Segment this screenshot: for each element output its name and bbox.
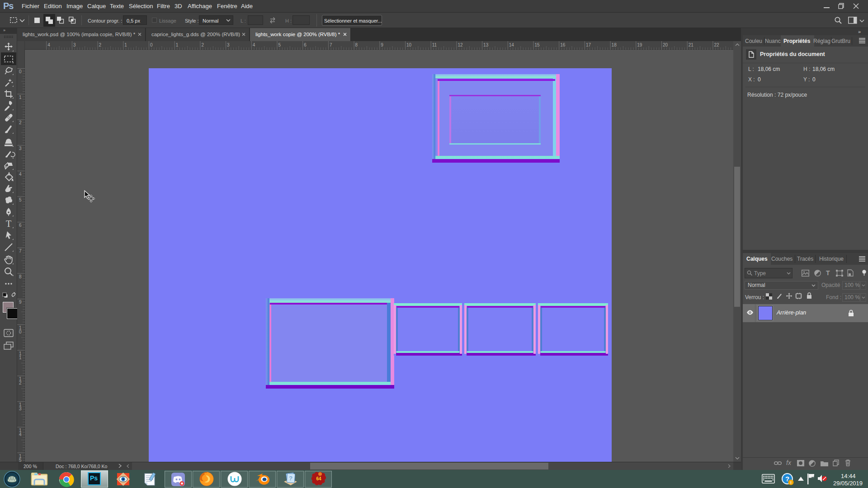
svg-text:22: 22 (714, 42, 719, 47)
svg-text:14: 14 (509, 42, 514, 47)
svg-text:3: 3 (19, 406, 22, 411)
svg-text:0: 0 (19, 69, 22, 74)
svg-text:18: 18 (612, 42, 617, 47)
svg-text:19: 19 (637, 42, 642, 47)
svg-text:20: 20 (663, 42, 668, 47)
svg-text:1: 1 (19, 95, 22, 100)
svg-text:7: 7 (330, 42, 332, 47)
svg-text:9: 9 (19, 300, 22, 305)
svg-text:6: 6 (19, 223, 22, 228)
svg-text:1: 1 (19, 355, 22, 360)
svg-text:6: 6 (304, 42, 307, 47)
svg-text:2: 2 (99, 42, 102, 47)
svg-text:16: 16 (560, 42, 566, 47)
svg-text:64: 64 (316, 476, 321, 481)
svg-text:17: 17 (586, 42, 591, 47)
svg-text:21: 21 (689, 42, 694, 47)
svg-text:1: 1 (124, 42, 127, 47)
svg-text:4: 4 (19, 172, 22, 177)
svg-text:15: 15 (535, 42, 540, 47)
svg-text:13: 13 (483, 42, 489, 47)
svg-text:8: 8 (355, 42, 358, 47)
svg-text:2: 2 (201, 42, 204, 47)
svg-text:4: 4 (19, 432, 22, 437)
svg-text:9: 9 (381, 42, 383, 47)
svg-text:!: ! (790, 480, 792, 485)
svg-text:3: 3 (73, 42, 76, 47)
svg-text:10: 10 (406, 42, 412, 47)
svg-text:4: 4 (47, 42, 50, 47)
svg-text:11: 11 (432, 42, 437, 47)
svg-text:7: 7 (19, 249, 22, 253)
svg-text:2: 2 (19, 380, 22, 385)
svg-text:4: 4 (253, 42, 255, 47)
svg-text:0: 0 (19, 329, 22, 334)
svg-text:5: 5 (278, 42, 281, 47)
svg-text:0: 0 (150, 42, 153, 47)
svg-text:12: 12 (458, 42, 463, 47)
svg-text:2: 2 (19, 120, 22, 125)
svg-text:5: 5 (19, 197, 22, 202)
svg-text:?: ? (288, 475, 292, 482)
svg-text:3: 3 (19, 146, 22, 151)
svg-text:T: T (6, 219, 11, 229)
svg-text:1: 1 (176, 42, 179, 47)
svg-text:8: 8 (19, 274, 22, 279)
svg-text:3: 3 (227, 42, 230, 47)
